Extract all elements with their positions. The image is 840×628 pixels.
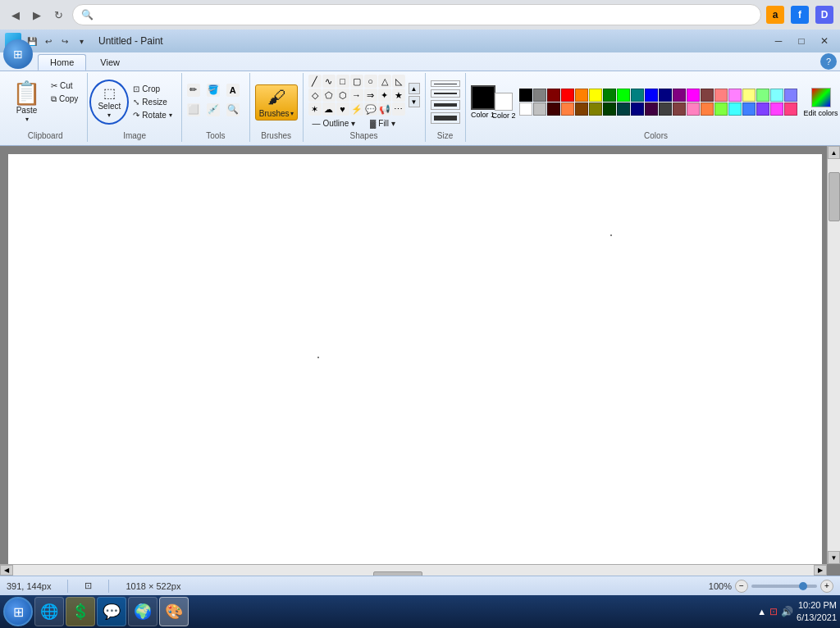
start-button[interactable]: ⊞ (3, 597, 33, 626)
magnify-tool[interactable]: 🔍 (226, 103, 240, 116)
color-yellow[interactable] (589, 89, 602, 102)
h-scroll-thumb[interactable] (373, 571, 422, 576)
fill-shape-button[interactable]: ▓ Fill ▾ (366, 117, 399, 130)
color-blue[interactable] (645, 89, 658, 102)
text-tool[interactable]: A (226, 84, 240, 97)
taskbar-chrome[interactable]: 🌐 (34, 597, 64, 626)
shape-callout2[interactable]: 📢 (378, 102, 391, 116)
select-button[interactable]: ⬚ Select ▾ (93, 83, 126, 121)
search-input[interactable]: Search the web... (98, 9, 752, 20)
color-dark-blue[interactable] (631, 102, 644, 116)
qa-dropdown[interactable]: ▾ (74, 34, 89, 48)
color-light-red[interactable] (714, 89, 728, 102)
zoom-slider[interactable] (751, 585, 817, 588)
color-olive[interactable] (589, 102, 602, 116)
shape-hexagon[interactable]: ⬡ (336, 89, 349, 102)
color-rose-brown[interactable] (673, 102, 686, 116)
color-light-yellow[interactable] (742, 89, 756, 102)
color-very-dark-green[interactable] (603, 102, 616, 116)
cut-button[interactable]: ✂ Cut (47, 80, 82, 92)
zoom-out-button[interactable]: − (735, 580, 748, 593)
shape-star4[interactable]: ✦ (378, 89, 391, 102)
color-fuchsia[interactable] (770, 102, 783, 116)
color-gray[interactable] (533, 89, 546, 102)
shapes-scroll-up[interactable]: ▲ (409, 83, 420, 94)
zoom-in-button[interactable]: + (820, 580, 833, 593)
size-4[interactable] (431, 112, 460, 124)
pencil-tool[interactable]: ✏ (187, 84, 200, 97)
color-light-orange[interactable] (701, 102, 714, 116)
color-silver[interactable] (533, 102, 546, 116)
color-brown[interactable] (701, 89, 714, 102)
color-salmon[interactable] (561, 102, 574, 116)
paste-button[interactable]: 📋 Paste ▾ (8, 80, 45, 125)
color-navy[interactable] (659, 89, 672, 102)
shape-line[interactable]: ╱ (308, 75, 322, 88)
color-cornflower[interactable] (742, 102, 756, 116)
color-very-dark-red[interactable] (547, 102, 560, 116)
scroll-up-arrow[interactable]: ▲ (828, 146, 840, 159)
shape-more[interactable]: ⋯ (392, 102, 405, 116)
taskbar-skype[interactable]: 💬 (97, 597, 126, 626)
shape-curve[interactable]: ∿ (322, 75, 336, 88)
close-button[interactable]: ✕ (814, 33, 835, 49)
shape-star5[interactable]: ★ (392, 89, 405, 102)
zoom-slider-thumb[interactable] (799, 582, 807, 590)
color-dark-purple[interactable] (645, 102, 658, 116)
color-dark-red[interactable] (547, 89, 560, 102)
shape-arrow-r[interactable]: → (350, 89, 363, 102)
shape-round-rect[interactable]: ▢ (350, 75, 363, 88)
scroll-left-arrow[interactable]: ◀ (0, 565, 13, 576)
tray-arrow[interactable]: ▲ (757, 607, 766, 617)
size-3[interactable] (431, 100, 460, 110)
paint-menu-button[interactable]: ⊞ (3, 39, 33, 69)
shape-cloud[interactable]: ☁ (322, 102, 336, 116)
taskbar-chrome2[interactable]: 🌍 (128, 597, 158, 626)
color-red[interactable] (561, 89, 574, 102)
outline-button[interactable]: — Outline ▾ (308, 117, 359, 130)
shape-lightning[interactable]: ⚡ (350, 102, 363, 116)
taskbar-priceblink[interactable]: 💲 (66, 597, 95, 626)
color-light-green[interactable] (756, 89, 769, 102)
color-hot-pink[interactable] (784, 102, 797, 116)
canvas[interactable] (8, 154, 822, 576)
refresh-button[interactable]: ↻ (49, 6, 67, 24)
picker-tool[interactable]: 💉 (207, 103, 220, 116)
tray-icon-1[interactable]: ⊡ (769, 606, 778, 617)
crop-button[interactable]: ⊡ Crop (129, 83, 176, 95)
resize-button[interactable]: ⤡ Resize (129, 96, 176, 108)
amazon-icon[interactable]: a (766, 6, 784, 24)
color-lime[interactable] (714, 102, 728, 116)
minimize-button[interactable]: ─ (768, 33, 789, 49)
color-orange[interactable] (575, 89, 588, 102)
scrollbar-vertical[interactable]: ▲ ▼ (827, 146, 840, 564)
color-sky-blue[interactable] (728, 102, 742, 116)
discord-icon[interactable]: D (815, 6, 833, 24)
shape-triangle[interactable]: △ (378, 75, 391, 88)
help-button[interactable]: ? (820, 53, 837, 70)
rotate-button[interactable]: ↷ Rotate ▾ (129, 109, 176, 121)
shape-star6[interactable]: ✶ (308, 102, 322, 116)
brushes-button[interactable]: 🖌 Brushes ▾ (255, 84, 298, 121)
color-teal[interactable] (631, 89, 644, 102)
color-light-blue[interactable] (784, 89, 797, 102)
taskbar-paint[interactable]: 🎨 (159, 597, 189, 626)
tab-home[interactable]: Home (38, 54, 86, 71)
shape-heart[interactable]: ♥ (336, 102, 349, 116)
size-2[interactable] (431, 89, 460, 98)
shape-ellipse[interactable]: ○ (364, 75, 377, 88)
color-magenta[interactable] (687, 89, 700, 102)
color-dark-brown[interactable] (575, 102, 588, 116)
maximize-button[interactable]: □ (791, 33, 812, 49)
forward-button[interactable]: ▶ (28, 6, 46, 24)
color-dark-green[interactable] (603, 89, 616, 102)
size-1[interactable] (431, 80, 460, 87)
scrollbar-horizontal[interactable]: ◀ ▶ (0, 564, 827, 576)
edit-colors-button[interactable]: Edit colors (801, 86, 840, 119)
back-button[interactable]: ◀ (7, 6, 25, 24)
shape-arrow-block[interactable]: ⇒ (364, 89, 377, 102)
color-light-cyan[interactable] (770, 89, 783, 102)
color-black[interactable] (519, 89, 532, 102)
color-light-magenta[interactable] (728, 89, 742, 102)
scroll-down-arrow[interactable]: ▼ (828, 551, 840, 564)
